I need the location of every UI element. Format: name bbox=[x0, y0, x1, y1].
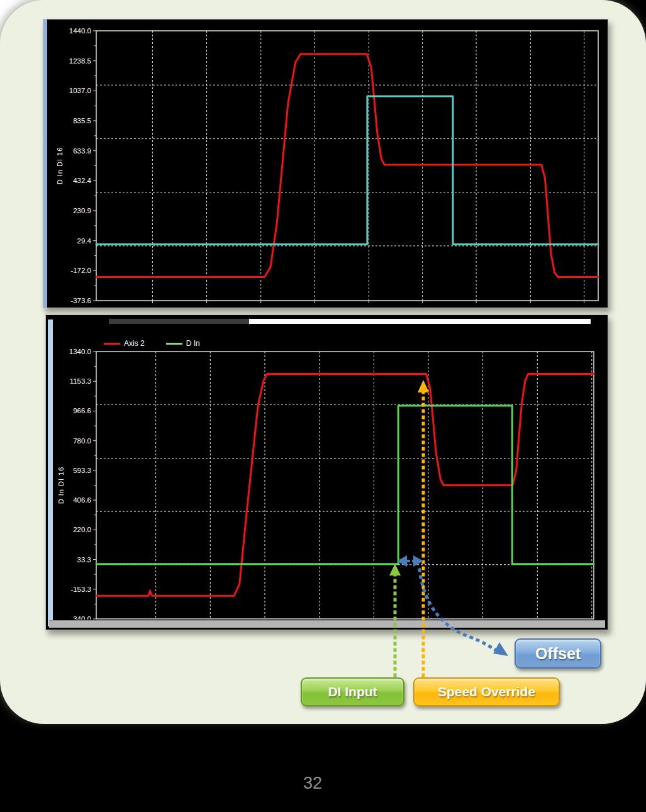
svg-text:220.0: 220.0 bbox=[73, 526, 91, 533]
svg-text:-373.6: -373.6 bbox=[70, 297, 91, 304]
svg-text:-153.3: -153.3 bbox=[70, 586, 91, 593]
svg-text:1340.0: 1340.0 bbox=[69, 348, 91, 355]
svg-text:29.4: 29.4 bbox=[77, 237, 92, 245]
chart-plot-top: 1440.01238.51037.0835.5633.9432.4230.929… bbox=[43, 19, 606, 306]
svg-text:1238.5: 1238.5 bbox=[69, 57, 91, 65]
svg-text:780.0: 780.0 bbox=[73, 437, 91, 445]
chart-plot-bottom: 1340.01153.3966.6780.0593.3406.6220.033.… bbox=[46, 315, 606, 620]
svg-text:593.3: 593.3 bbox=[73, 467, 91, 474]
oscilloscope-window-bottom: Axis 2 D In 1340.01153.3966.6780.0593.34… bbox=[45, 314, 608, 630]
svg-text:D In DI 16: D In DI 16 bbox=[56, 147, 64, 185]
svg-text:1153.3: 1153.3 bbox=[70, 377, 91, 385]
svg-text:230.9: 230.9 bbox=[73, 207, 91, 214]
di-input-callout: DI Input bbox=[301, 677, 404, 706]
page: { "page": { "number": "32" }, "chart_dat… bbox=[0, 0, 646, 812]
slide: Axis 2 D In 1440.01238.51037.0835.5633.9… bbox=[0, 0, 646, 724]
offset-callout: Offset bbox=[515, 638, 601, 669]
oscilloscope-window-top: Axis 2 D In 1440.01238.51037.0835.5633.9… bbox=[43, 19, 608, 308]
svg-text:1440.0: 1440.0 bbox=[69, 27, 91, 35]
speed-override-callout: Speed Override bbox=[413, 677, 560, 706]
svg-text:D In DI 16: D In DI 16 bbox=[57, 467, 65, 504]
svg-text:406.6: 406.6 bbox=[73, 496, 91, 504]
svg-text:33.3: 33.3 bbox=[77, 556, 91, 564]
svg-text:633.9: 633.9 bbox=[73, 147, 91, 155]
svg-text:835.5: 835.5 bbox=[73, 117, 91, 125]
horizontal-scrollbar[interactable] bbox=[49, 620, 605, 628]
svg-text:-172.0: -172.0 bbox=[70, 267, 91, 274]
svg-text:1037.0: 1037.0 bbox=[69, 87, 91, 94]
svg-text:432.4: 432.4 bbox=[73, 177, 91, 184]
svg-text:966.6: 966.6 bbox=[73, 407, 91, 414]
svg-text:-340.0: -340.0 bbox=[70, 615, 91, 620]
page-number: 32 bbox=[281, 774, 344, 793]
